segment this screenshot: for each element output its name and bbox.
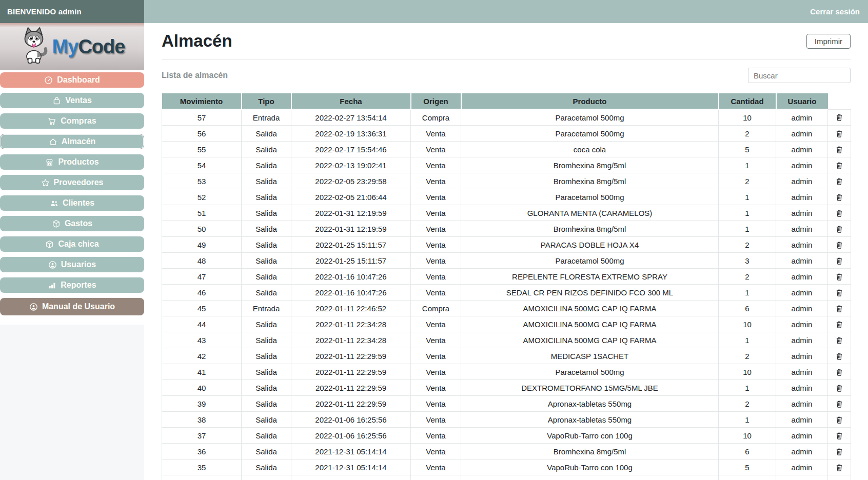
cell-cantidad: 10	[719, 316, 776, 332]
cell-tipo: Salida	[242, 173, 291, 189]
cell-cantidad: 1	[719, 380, 776, 396]
table-row: 57Entrada2022-02-27 13:54:14CompraParace…	[162, 109, 851, 126]
cell-cantidad: 2	[719, 269, 776, 285]
cell-usuario: admin	[776, 412, 828, 428]
trash-icon[interactable]	[835, 225, 844, 234]
sidebar-item-compras[interactable]: Compras	[0, 113, 144, 129]
cell-fecha: 2021-12-31 05:14:14	[291, 459, 411, 475]
sidebar-item-manual-de-usuario[interactable]: Manual de Usuario	[0, 298, 144, 315]
cell-usuario: admin	[776, 173, 828, 189]
sidebar-item-usuarios[interactable]: Usuarios	[0, 257, 144, 272]
sidebar-item-ventas[interactable]: Ventas	[0, 93, 144, 108]
cell-fecha: 2022-01-31 12:19:59	[291, 205, 411, 221]
search-input[interactable]	[748, 68, 851, 83]
trash-icon[interactable]	[835, 399, 844, 409]
cell-movimiento: 55	[162, 142, 242, 157]
cell-actions	[828, 475, 851, 480]
trash-icon[interactable]	[835, 193, 844, 202]
cell-usuario: admin	[776, 189, 828, 205]
trash-icon[interactable]	[835, 256, 844, 266]
cell-producto: SEDAL CR PEN RIZOS DEFINIDO FCO 300 ML	[461, 285, 719, 301]
trash-icon[interactable]	[835, 463, 844, 472]
trash-icon[interactable]	[835, 161, 844, 170]
sidebar-item-label: Productos	[58, 157, 98, 167]
cell-actions	[828, 173, 851, 189]
box-icon	[52, 219, 61, 228]
sidebar-item-almacen[interactable]: Almacén	[0, 134, 144, 149]
trash-icon[interactable]	[835, 129, 844, 138]
cell-actions	[828, 348, 851, 364]
cell-usuario: admin	[776, 109, 828, 126]
cell-movimiento: 49	[162, 237, 242, 253]
trash-icon[interactable]	[835, 368, 844, 377]
cell-usuario: admin	[776, 285, 828, 301]
sidebar-item-clientes[interactable]: Clientes	[0, 195, 144, 211]
table-row: 46Salida2022-01-16 10:47:26VentaSEDAL CR…	[162, 285, 851, 301]
cell-movimiento: 38	[162, 412, 242, 428]
sidebar-item-label: Ventas	[65, 96, 92, 105]
cell-tipo: Salida	[242, 157, 291, 173]
trash-icon[interactable]	[835, 352, 844, 361]
cell-producto: Paracetamol 500mg	[461, 109, 719, 126]
cell-tipo: Salida	[242, 221, 291, 237]
trash-icon[interactable]	[835, 113, 844, 122]
sidebar-item-reportes[interactable]: Reportes	[0, 277, 144, 293]
cell-actions	[828, 459, 851, 475]
trash-icon[interactable]	[835, 336, 844, 345]
cell-tipo: Salida	[242, 396, 291, 412]
cell-tipo: Salida	[242, 237, 291, 253]
trash-icon[interactable]	[835, 431, 844, 441]
cell-tipo: Salida	[242, 380, 291, 396]
trash-icon[interactable]	[835, 384, 844, 393]
cell-origen: Compra	[411, 109, 461, 126]
cell-movimiento: 36	[162, 444, 242, 459]
cell-origen: Venta	[411, 332, 461, 348]
trash-icon[interactable]	[835, 209, 844, 218]
cell-usuario: admin	[776, 205, 828, 221]
table-row: 53Salida2022-02-05 23:29:58VentaBromhexi…	[162, 173, 851, 189]
people-icon	[50, 199, 58, 208]
logout-link[interactable]: Cerrar sesión	[810, 7, 860, 16]
cell-actions	[828, 126, 851, 142]
sidebar-item-caja-chica[interactable]: Caja chica	[0, 236, 144, 252]
trash-icon[interactable]	[835, 320, 844, 329]
cell-cantidad: 3	[719, 253, 776, 269]
bar-chart-icon	[48, 281, 56, 290]
trash-icon[interactable]	[835, 272, 844, 282]
cell-origen: Venta	[411, 221, 461, 237]
sidebar-item-gastos[interactable]: Gastos	[0, 216, 144, 231]
cell-cantidad: 1	[719, 285, 776, 301]
cell-movimiento: 46	[162, 285, 242, 301]
cell-actions	[828, 221, 851, 237]
trash-icon[interactable]	[835, 447, 844, 456]
sidebar-item-productos[interactable]: Productos	[0, 154, 144, 170]
cell-producto: REPELENTE FLORESTA EXTREMO SPRAY	[461, 269, 719, 285]
cart-icon	[48, 117, 56, 126]
cell-tipo: Salida	[242, 332, 291, 348]
trash-icon[interactable]	[835, 145, 844, 154]
cell-origen: Venta	[411, 428, 461, 444]
trash-icon[interactable]	[835, 304, 844, 313]
trash-icon[interactable]	[835, 177, 844, 186]
cell-usuario: admin	[776, 221, 828, 237]
cell-movimiento: 47	[162, 269, 242, 285]
trash-icon[interactable]	[835, 288, 844, 297]
cell-origen: Venta	[411, 444, 461, 459]
cell-usuario: admin	[776, 444, 828, 459]
cell-fecha: 2022-02-27 13:54:14	[291, 109, 411, 126]
cell-cantidad: 2	[719, 396, 776, 412]
trash-icon[interactable]	[835, 241, 844, 250]
sidebar-item-dashboard[interactable]: Dashboard	[0, 72, 144, 88]
cell-producto: Apronax-tabletas 550mg	[461, 396, 719, 412]
print-button[interactable]: Imprimir	[806, 34, 851, 49]
sidebar-item-proveedores[interactable]: Proveedores	[0, 175, 144, 190]
trash-icon[interactable]	[835, 415, 844, 425]
cell-actions	[828, 237, 851, 253]
table-row: 45Entrada2022-01-11 22:46:52CompraAMOXIC…	[162, 301, 851, 316]
cell-producto: Bromhexina 8mg/5ml	[461, 221, 719, 237]
cell-tipo: Entrada	[242, 109, 291, 126]
box-icon	[45, 240, 54, 249]
cell-origen: Venta	[411, 142, 461, 157]
cell-movimiento: 39	[162, 396, 242, 412]
cell-cantidad: 2	[719, 126, 776, 142]
